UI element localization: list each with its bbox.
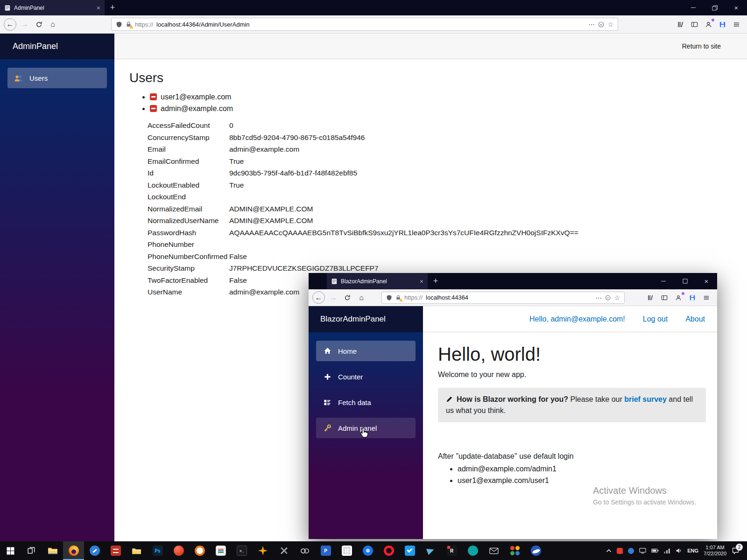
app-icon-colorful[interactable] — [504, 541, 525, 560]
bookmark-star-icon[interactable]: ☆ — [607, 21, 613, 28]
account-icon[interactable] — [671, 291, 685, 305]
maximize-button[interactable] — [674, 273, 696, 289]
browser-tab[interactable]: AdminPanel × — [0, 0, 105, 15]
new-tab-button[interactable]: + — [428, 273, 444, 289]
page-title: Users — [129, 70, 736, 85]
app-icon-blue-notch[interactable] — [399, 541, 420, 560]
lock-warning-icon[interactable] — [395, 294, 401, 301]
logout-link[interactable]: Log out — [643, 315, 668, 323]
brief-survey-link[interactable]: brief survey — [624, 395, 667, 403]
about-link[interactable]: About — [685, 315, 705, 323]
volume-tray-icon[interactable] — [676, 548, 682, 553]
tray-app-icon-red[interactable] — [617, 548, 623, 554]
menu-hamburger-icon[interactable] — [699, 291, 713, 305]
new-tab-button[interactable]: + — [105, 0, 120, 15]
network-tray-icon[interactable] — [664, 548, 670, 553]
app-icon-starburst[interactable] — [252, 541, 273, 560]
monitor-tray-icon[interactable] — [639, 548, 646, 554]
folder-icon[interactable] — [126, 541, 147, 560]
start-button[interactable] — [0, 541, 21, 560]
app-icon-rings[interactable] — [294, 541, 315, 560]
tray-app-icon-blue[interactable] — [628, 548, 634, 554]
sidebar-item-admin-panel[interactable]: Admin panel — [316, 418, 416, 438]
library-icon[interactable] — [643, 291, 657, 305]
user-link[interactable]: user1@example.com — [161, 93, 231, 101]
photoshop-icon[interactable]: Ps — [147, 541, 168, 560]
lock-warning-icon[interactable] — [126, 21, 132, 28]
login-list-item: user1@example.com/user1 — [458, 476, 706, 485]
titlebar-drag-area[interactable] — [444, 273, 653, 289]
user-link[interactable]: admin@example.com — [161, 105, 233, 112]
app-icon-grid[interactable] — [336, 541, 357, 560]
back-button[interactable]: ← — [4, 18, 16, 31]
tab-close-icon[interactable]: × — [420, 278, 423, 285]
url-bar[interactable]: https:// localhost:44364 ⋯ ☆ — [381, 292, 625, 304]
sidebar-item-home[interactable]: Home — [316, 341, 416, 361]
tracking-protection-shield-icon[interactable] — [386, 294, 392, 301]
forward-button[interactable]: → — [326, 291, 340, 305]
property-row: LockoutEnabledTrue — [148, 179, 736, 191]
sidebar-item-counter[interactable]: Counter — [316, 366, 416, 387]
minimize-button[interactable] — [683, 0, 704, 15]
close-button[interactable]: × — [726, 0, 747, 15]
app-icon-blue-swirl[interactable] — [525, 541, 546, 560]
reload-button[interactable] — [340, 291, 354, 305]
sidebars-icon[interactable] — [687, 17, 701, 31]
minimize-button[interactable] — [653, 273, 674, 289]
terminal-icon[interactable]: >_ — [231, 541, 252, 560]
titlebar-drag-area[interactable] — [120, 0, 683, 15]
sidebar-item-users[interactable]: Users — [7, 68, 107, 88]
bookmark-star-icon[interactable]: ☆ — [614, 294, 620, 301]
file-explorer-icon[interactable] — [42, 541, 63, 560]
rider-icon[interactable]: R — [441, 541, 462, 560]
hidden-icons-button[interactable] — [606, 549, 612, 553]
save-page-icon[interactable] — [685, 291, 699, 305]
app-icon-blue[interactable] — [84, 541, 105, 560]
return-to-site-link[interactable]: Return to site — [682, 42, 721, 50]
app-icon-red-stripes[interactable] — [105, 541, 126, 560]
url-bar[interactable]: https:// localhost:44364/Admin/UserAdmin… — [111, 18, 618, 31]
account-icon[interactable] — [701, 17, 715, 31]
browser-tab[interactable]: BlazorAdminPanel × — [327, 273, 428, 289]
pocket-icon[interactable] — [605, 295, 611, 301]
action-center-button[interactable]: 2 — [732, 547, 740, 554]
titlebar[interactable]: AdminPanel × + × — [0, 0, 747, 15]
language-indicator[interactable]: ENG — [687, 548, 698, 553]
close-button[interactable]: × — [696, 273, 717, 289]
remove-user-icon[interactable] — [150, 105, 157, 112]
pocket-icon[interactable] — [598, 21, 604, 28]
firefox-icon[interactable] — [63, 541, 84, 560]
menu-hamburger-icon[interactable] — [729, 17, 743, 31]
clock[interactable]: 1:07 AM 7/22/2020 — [704, 545, 726, 557]
app-icon-document[interactable] — [210, 541, 231, 560]
sidebars-icon[interactable] — [657, 291, 671, 305]
app-icon-blue-circle[interactable] — [357, 541, 378, 560]
library-icon[interactable] — [673, 17, 687, 31]
page-actions-icon[interactable]: ⋯ — [588, 21, 595, 28]
page-actions-icon[interactable]: ⋯ — [595, 294, 602, 301]
reload-button[interactable] — [32, 17, 46, 31]
save-page-icon[interactable] — [715, 17, 729, 31]
property-row: EmailConfirmedTrue — [148, 155, 736, 168]
titlebar[interactable]: BlazorAdminPanel × + × — [309, 273, 717, 289]
greeting-link[interactable]: Hello, admin@example.com! — [529, 315, 625, 323]
battery-tray-icon[interactable] — [651, 548, 659, 553]
restore-button[interactable] — [704, 0, 726, 15]
app-icon-blue-p[interactable]: P — [315, 541, 336, 560]
opera-icon[interactable] — [378, 541, 399, 560]
app-icon-orange-ring[interactable] — [189, 541, 210, 560]
task-view-button[interactable] — [21, 541, 42, 560]
app-icon-crossed-tools[interactable] — [273, 541, 294, 560]
app-icon-red-sphere[interactable] — [168, 541, 189, 560]
tab-close-icon[interactable]: × — [97, 5, 100, 11]
home-button[interactable]: ⌂ — [354, 291, 368, 305]
forward-button[interactable]: → — [18, 17, 32, 31]
sidebar-item-fetch-data[interactable]: Fetch data — [316, 392, 416, 413]
app-icon-feather[interactable] — [420, 541, 441, 560]
back-button[interactable]: ← — [312, 291, 325, 304]
home-button[interactable]: ⌂ — [46, 17, 60, 31]
tracking-protection-shield-icon[interactable] — [116, 21, 122, 28]
remove-user-icon[interactable] — [150, 93, 157, 100]
app-icon-teal[interactable] — [462, 541, 483, 560]
mail-icon[interactable] — [483, 541, 504, 560]
